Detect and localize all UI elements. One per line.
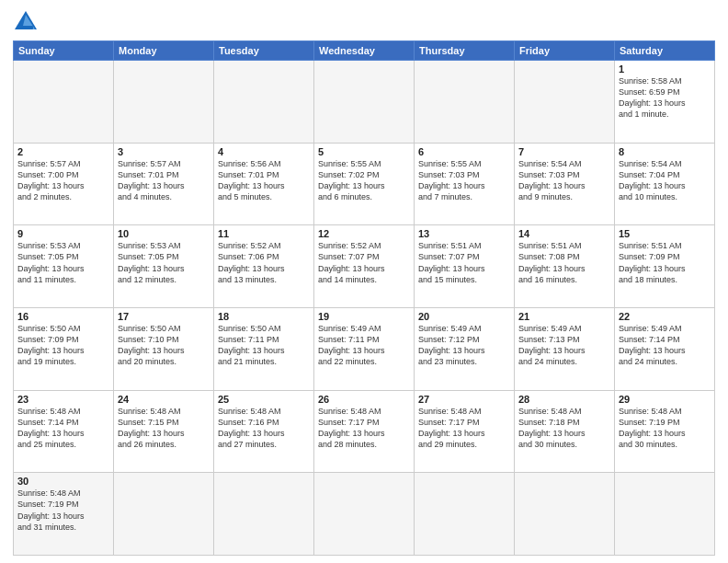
day-cell — [14, 61, 114, 144]
day-cell: 11Sunrise: 5:52 AM Sunset: 7:06 PM Dayli… — [214, 225, 314, 308]
day-number: 22 — [619, 311, 711, 322]
day-number: 2 — [17, 146, 109, 157]
day-cell: 18Sunrise: 5:50 AM Sunset: 7:11 PM Dayli… — [214, 307, 314, 390]
day-info: Sunrise: 5:48 AM Sunset: 7:17 PM Dayligh… — [318, 406, 410, 451]
weekday-tuesday: Tuesday — [214, 41, 314, 61]
day-cell — [114, 473, 214, 556]
day-number: 14 — [518, 228, 610, 239]
week-row-0: 1Sunrise: 5:58 AM Sunset: 6:59 PM Daylig… — [14, 61, 715, 144]
day-cell — [515, 61, 615, 144]
day-cell: 20Sunrise: 5:49 AM Sunset: 7:12 PM Dayli… — [415, 307, 515, 390]
day-cell: 15Sunrise: 5:51 AM Sunset: 7:09 PM Dayli… — [615, 225, 715, 308]
day-info: Sunrise: 5:50 AM Sunset: 7:11 PM Dayligh… — [218, 323, 310, 368]
week-row-1: 2Sunrise: 5:57 AM Sunset: 7:00 PM Daylig… — [14, 143, 715, 225]
day-cell: 22Sunrise: 5:49 AM Sunset: 7:14 PM Dayli… — [615, 307, 715, 390]
day-info: Sunrise: 5:51 AM Sunset: 7:07 PM Dayligh… — [418, 240, 510, 285]
day-number: 6 — [418, 146, 510, 157]
day-number: 21 — [518, 311, 610, 322]
day-info: Sunrise: 5:49 AM Sunset: 7:11 PM Dayligh… — [318, 323, 410, 368]
day-number: 27 — [418, 394, 510, 405]
week-row-4: 23Sunrise: 5:48 AM Sunset: 7:14 PM Dayli… — [14, 390, 715, 473]
calendar-table: SundayMondayTuesdayWednesdayThursdayFrid… — [13, 40, 715, 556]
day-info: Sunrise: 5:57 AM Sunset: 7:01 PM Dayligh… — [118, 158, 210, 203]
day-cell — [114, 61, 214, 144]
day-info: Sunrise: 5:55 AM Sunset: 7:03 PM Dayligh… — [418, 158, 510, 203]
day-cell: 26Sunrise: 5:48 AM Sunset: 7:17 PM Dayli… — [314, 390, 415, 473]
day-number: 23 — [17, 394, 109, 405]
day-info: Sunrise: 5:58 AM Sunset: 6:59 PM Dayligh… — [619, 75, 711, 121]
day-info: Sunrise: 5:55 AM Sunset: 7:02 PM Dayligh… — [318, 158, 410, 203]
day-cell: 29Sunrise: 5:48 AM Sunset: 7:19 PM Dayli… — [615, 390, 715, 473]
day-info: Sunrise: 5:49 AM Sunset: 7:14 PM Dayligh… — [619, 323, 711, 368]
day-number: 26 — [318, 394, 410, 405]
day-cell: 9Sunrise: 5:53 AM Sunset: 7:05 PM Daylig… — [14, 225, 114, 308]
logo — [13, 9, 42, 35]
day-cell: 4Sunrise: 5:56 AM Sunset: 7:01 PM Daylig… — [214, 143, 314, 225]
day-info: Sunrise: 5:52 AM Sunset: 7:06 PM Dayligh… — [218, 240, 310, 285]
day-cell — [314, 473, 415, 556]
day-info: Sunrise: 5:53 AM Sunset: 7:05 PM Dayligh… — [17, 240, 109, 285]
day-number: 10 — [118, 228, 210, 239]
weekday-monday: Monday — [114, 41, 214, 61]
day-cell — [214, 473, 314, 556]
day-number: 4 — [218, 146, 310, 157]
day-cell: 21Sunrise: 5:49 AM Sunset: 7:13 PM Dayli… — [515, 307, 615, 390]
weekday-saturday: Saturday — [615, 41, 715, 61]
day-cell: 16Sunrise: 5:50 AM Sunset: 7:09 PM Dayli… — [14, 307, 114, 390]
day-cell — [615, 473, 715, 556]
day-info: Sunrise: 5:53 AM Sunset: 7:05 PM Dayligh… — [118, 240, 210, 285]
day-info: Sunrise: 5:50 AM Sunset: 7:09 PM Dayligh… — [17, 323, 109, 368]
page: SundayMondayTuesdayWednesdayThursdayFrid… — [0, 0, 728, 563]
day-info: Sunrise: 5:54 AM Sunset: 7:04 PM Dayligh… — [619, 158, 711, 203]
day-info: Sunrise: 5:49 AM Sunset: 7:12 PM Dayligh… — [418, 323, 510, 368]
weekday-header-row: SundayMondayTuesdayWednesdayThursdayFrid… — [14, 41, 715, 61]
day-cell — [314, 61, 415, 144]
day-number: 18 — [218, 311, 310, 322]
day-info: Sunrise: 5:48 AM Sunset: 7:14 PM Dayligh… — [17, 406, 109, 451]
day-info: Sunrise: 5:48 AM Sunset: 7:16 PM Dayligh… — [218, 406, 310, 451]
day-number: 11 — [218, 228, 310, 239]
day-number: 17 — [118, 311, 210, 322]
day-cell: 25Sunrise: 5:48 AM Sunset: 7:16 PM Dayli… — [214, 390, 314, 473]
day-info: Sunrise: 5:48 AM Sunset: 7:17 PM Dayligh… — [418, 406, 510, 451]
day-cell: 1Sunrise: 5:58 AM Sunset: 6:59 PM Daylig… — [615, 61, 715, 144]
day-info: Sunrise: 5:49 AM Sunset: 7:13 PM Dayligh… — [518, 323, 610, 368]
day-cell: 12Sunrise: 5:52 AM Sunset: 7:07 PM Dayli… — [314, 225, 415, 308]
day-cell: 19Sunrise: 5:49 AM Sunset: 7:11 PM Dayli… — [314, 307, 415, 390]
header — [13, 9, 715, 35]
day-number: 20 — [418, 311, 510, 322]
day-number: 9 — [17, 228, 109, 239]
day-cell: 7Sunrise: 5:54 AM Sunset: 7:03 PM Daylig… — [515, 143, 615, 225]
day-info: Sunrise: 5:57 AM Sunset: 7:00 PM Dayligh… — [17, 158, 109, 203]
day-number: 13 — [418, 228, 510, 239]
day-number: 1 — [619, 63, 711, 75]
day-number: 3 — [118, 146, 210, 157]
weekday-sunday: Sunday — [14, 41, 114, 61]
day-cell: 17Sunrise: 5:50 AM Sunset: 7:10 PM Dayli… — [114, 307, 214, 390]
day-number: 24 — [118, 394, 210, 405]
day-cell: 24Sunrise: 5:48 AM Sunset: 7:15 PM Dayli… — [114, 390, 214, 473]
day-cell — [415, 473, 515, 556]
day-number: 5 — [318, 146, 410, 157]
day-number: 19 — [318, 311, 410, 322]
day-cell: 14Sunrise: 5:51 AM Sunset: 7:08 PM Dayli… — [515, 225, 615, 308]
day-cell: 3Sunrise: 5:57 AM Sunset: 7:01 PM Daylig… — [114, 143, 214, 225]
day-cell: 8Sunrise: 5:54 AM Sunset: 7:04 PM Daylig… — [615, 143, 715, 225]
svg-rect-2 — [18, 26, 33, 29]
week-row-2: 9Sunrise: 5:53 AM Sunset: 7:05 PM Daylig… — [14, 225, 715, 308]
day-number: 25 — [218, 394, 310, 405]
day-cell: 23Sunrise: 5:48 AM Sunset: 7:14 PM Dayli… — [14, 390, 114, 473]
day-number: 8 — [619, 146, 711, 157]
day-info: Sunrise: 5:48 AM Sunset: 7:19 PM Dayligh… — [17, 488, 109, 533]
day-cell: 2Sunrise: 5:57 AM Sunset: 7:00 PM Daylig… — [14, 143, 114, 225]
week-row-3: 16Sunrise: 5:50 AM Sunset: 7:09 PM Dayli… — [14, 307, 715, 390]
day-cell: 30Sunrise: 5:48 AM Sunset: 7:19 PM Dayli… — [14, 473, 114, 556]
day-info: Sunrise: 5:51 AM Sunset: 7:09 PM Dayligh… — [619, 240, 711, 285]
day-cell — [415, 61, 515, 144]
week-row-5: 30Sunrise: 5:48 AM Sunset: 7:19 PM Dayli… — [14, 473, 715, 556]
day-info: Sunrise: 5:48 AM Sunset: 7:18 PM Dayligh… — [518, 406, 610, 451]
day-info: Sunrise: 5:48 AM Sunset: 7:15 PM Dayligh… — [118, 406, 210, 451]
day-info: Sunrise: 5:50 AM Sunset: 7:10 PM Dayligh… — [118, 323, 210, 368]
day-cell — [515, 473, 615, 556]
weekday-wednesday: Wednesday — [314, 41, 415, 61]
